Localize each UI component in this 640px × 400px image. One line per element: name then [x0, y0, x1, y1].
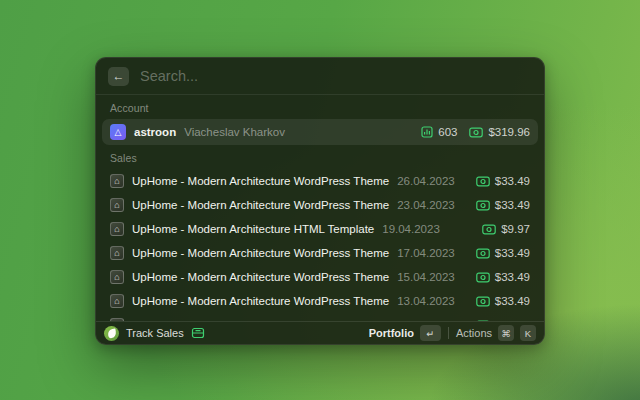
sale-title: UpHome - Modern Architecture WordPress T…	[132, 175, 389, 187]
search-input[interactable]	[140, 68, 532, 84]
sale-title: UpHome - Modern Architecture HTML Templa…	[132, 223, 374, 235]
back-button[interactable]: ←	[108, 67, 129, 86]
sales-list: ⌂ UpHome - Modern Architecture WordPress…	[102, 169, 538, 321]
sale-date: 17.04.2023	[397, 247, 455, 259]
sale-title: UpHome - Modern Architecture WordPress T…	[132, 247, 389, 259]
envato-leaf-icon	[104, 326, 119, 341]
search-bar: ←	[96, 58, 544, 95]
banknote-icon	[476, 176, 490, 187]
footer-bar: Track Sales Portfolio ↵ Actions ⌘ K	[96, 321, 544, 344]
sale-date: 15.04.2023	[397, 271, 455, 283]
footer-actions: Portfolio ↵ Actions ⌘ K	[369, 325, 536, 341]
section-header-account: Account	[102, 95, 538, 119]
banknote-icon	[469, 127, 483, 138]
sale-price: $33.49	[495, 175, 530, 187]
banknote-icon	[476, 248, 490, 259]
footer-divider	[448, 327, 449, 339]
sale-price: $33.49	[495, 199, 530, 211]
command-palette-window: ← Account △ astroon Viacheslav Kharkov	[95, 57, 545, 345]
sale-date: 19.04.2023	[382, 223, 440, 235]
arrow-left-icon: ←	[113, 67, 125, 86]
sale-row[interactable]: ⌂ UpHome - Modern Architecture WordPress…	[102, 313, 538, 321]
portfolio-label: Portfolio	[369, 327, 414, 339]
extension-name: Track Sales	[126, 327, 184, 339]
account-meta: 603 $319.96	[421, 126, 530, 138]
product-thumbnail-icon: ⌂	[110, 222, 124, 236]
banknote-icon	[482, 224, 496, 235]
sale-price: $33.49	[495, 295, 530, 307]
results-list: Account △ astroon Viacheslav Kharkov	[96, 95, 544, 321]
banknote-icon	[476, 272, 490, 283]
product-thumbnail-icon: ⌂	[110, 174, 124, 188]
account-row[interactable]: △ astroon Viacheslav Kharkov	[102, 119, 538, 145]
k-key-icon: K	[520, 325, 536, 341]
sale-row[interactable]: ⌂ UpHome - Modern Architecture WordPress…	[102, 289, 538, 313]
sale-title: UpHome - Modern Architecture WordPress T…	[132, 271, 389, 283]
product-thumbnail-icon: ⌂	[110, 198, 124, 212]
sale-price: $33.49	[495, 271, 530, 283]
product-thumbnail-icon: ⌂	[110, 246, 124, 260]
sales-count-value: 603	[438, 126, 457, 138]
account-fullname: Viacheslav Kharkov	[184, 126, 285, 138]
sales-count-pair: 603	[421, 126, 457, 138]
desktop-background: ← Account △ astroon Viacheslav Kharkov	[0, 0, 640, 400]
command-key-icon: ⌘	[498, 325, 514, 341]
actions-label: Actions	[456, 327, 492, 339]
account-avatar-icon: △	[110, 124, 126, 140]
balance-pair: $319.96	[469, 126, 530, 138]
return-key-icon: ↵	[420, 325, 441, 341]
account-username: astroon	[134, 126, 176, 138]
sale-price: $33.49	[495, 247, 530, 259]
sale-date: 26.04.2023	[397, 175, 455, 187]
balance-value: $319.96	[488, 126, 530, 138]
sale-row[interactable]: ⌂ UpHome - Modern Architecture WordPress…	[102, 169, 538, 193]
bar-chart-icon	[421, 126, 433, 138]
sale-row[interactable]: ⌂ UpHome - Modern Architecture HTML Temp…	[102, 217, 538, 241]
sale-price: $9.97	[501, 223, 530, 235]
sale-title: UpHome - Modern Architecture WordPress T…	[132, 199, 389, 211]
sale-row[interactable]: ⌂ UpHome - Modern Architecture WordPress…	[102, 241, 538, 265]
actions-menu-button[interactable]: Actions ⌘ K	[456, 325, 536, 341]
sale-date: 23.04.2023	[397, 199, 455, 211]
portfolio-action-button[interactable]: Portfolio ↵	[369, 325, 441, 341]
sale-row[interactable]: ⌂ UpHome - Modern Architecture WordPress…	[102, 193, 538, 217]
banknote-icon	[476, 296, 490, 307]
product-thumbnail-icon: ⌂	[110, 294, 124, 308]
sale-date: 13.04.2023	[397, 295, 455, 307]
banknote-icon	[476, 200, 490, 211]
section-header-sales: Sales	[102, 145, 538, 169]
wallet-icon	[191, 327, 205, 339]
product-thumbnail-icon: ⌂	[110, 270, 124, 284]
sale-row[interactable]: ⌂ UpHome - Modern Architecture WordPress…	[102, 265, 538, 289]
sale-title: UpHome - Modern Architecture WordPress T…	[132, 295, 389, 307]
